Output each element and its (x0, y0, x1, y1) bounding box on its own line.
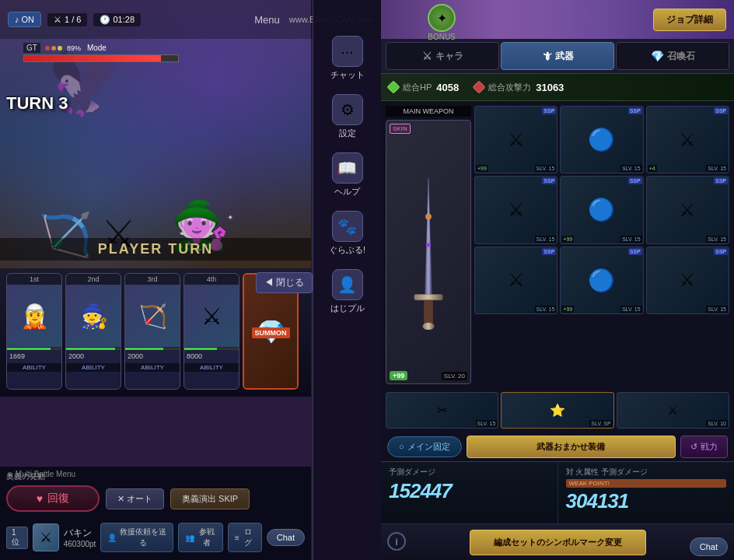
ssp-badge-1: SSP (628, 107, 642, 114)
cell-0-plus: +99 (476, 165, 488, 172)
party-card-1[interactable]: 1st 🧝 1669 ABILITY (6, 273, 62, 390)
avatar-icon: 👤 (332, 269, 363, 300)
normal-damage-label: 予測ダメージ (389, 467, 550, 478)
weapon-cell-0[interactable]: ⚔ SSP SLV. 15 +99 (474, 106, 557, 173)
log-button[interactable]: ≡ ログ (228, 523, 262, 552)
weapon-cell-2[interactable]: ⚔ SSP SLV. 15 +4 (646, 106, 729, 173)
settings-gear-icon: ⚙ (332, 94, 363, 125)
main-weapon-display[interactable]: SKIN +99 SLV. 20 (386, 120, 471, 384)
chat-button-left[interactable]: Chat (267, 529, 305, 546)
tab-weapon[interactable]: 🗡 武器 (501, 42, 614, 70)
multi-battle-label: ≡ Multi Battle Menu (8, 470, 75, 478)
hp-bar (23, 54, 179, 62)
close-button[interactable]: ◀ 閉じる (256, 272, 313, 293)
heal-button[interactable]: ♥ 回復 (6, 485, 100, 512)
main-fix-button[interactable]: ○ メイン固定 (387, 436, 462, 457)
party-card-2-hp-value: 2000 (68, 352, 84, 360)
formation-set-button[interactable]: 編成セットのシンボルマーク変更 (470, 530, 646, 555)
party-card-4-hp-fill (184, 348, 217, 350)
player-avatar: ⚔ (33, 523, 58, 551)
sidebar-item-help[interactable]: 📖 ヘルプ (320, 148, 375, 202)
send-icon: 👤 (107, 534, 117, 542)
job-detail-button[interactable]: ジョブ詳細 (653, 9, 726, 31)
cell-6-slv: SLV. 15 (535, 306, 557, 313)
party-card-1-ability: ABILITY (7, 363, 61, 372)
weapon-cell-7[interactable]: 🔵 SSP SLV. 15 +99 (560, 247, 643, 314)
weapon-auto-equip-button[interactable]: 武器おまかせ装備 (467, 436, 676, 458)
weapon-action-buttons: ○ メイン固定 武器おまかせ装備 ↺ 戦力 (381, 432, 734, 461)
party-card-2[interactable]: 2nd 🧙 2000 ABILITY (65, 273, 121, 390)
sound-toggle-button[interactable]: ♪ ON (8, 12, 41, 27)
gt-dots (45, 46, 62, 51)
tab-summon[interactable]: 💎 召喚石 (616, 42, 729, 70)
party-card-3-hp-value: 2000 (128, 352, 143, 360)
normal-damage-col: 予測ダメージ 152447 (381, 462, 558, 523)
weapon-cell-3[interactable]: ⚔ SSP SLV. 15 (474, 176, 557, 243)
svg-point-3 (423, 323, 435, 330)
music-icon: ♪ (15, 15, 19, 24)
party-card-3[interactable]: 3rd 🏹 2000 ABILITY (124, 273, 180, 390)
chat-dots-icon: ··· (332, 36, 363, 67)
log-icon: ≡ (235, 534, 239, 542)
circle-icon: ○ (399, 442, 404, 451)
cell-4-slv: SLV. 15 (620, 236, 642, 243)
left-panel: ♪ ON ⚔ 1 / 6 🕐 01:28 Menu www.BANDICAM.c… (0, 0, 381, 560)
send-request-button[interactable]: 👤 救援依頼を送る (100, 523, 173, 552)
atk-stat-label: 総合攻撃力 (488, 82, 531, 93)
bonus-label: BONUS (428, 33, 456, 41)
skip-button[interactable]: 奥義演出 SKIP (170, 488, 250, 509)
weapon-cell-3-icon: ⚔ (508, 199, 525, 221)
sidebar-item-avatar[interactable]: 👤 はじプル (320, 264, 375, 319)
menu-button[interactable]: Menu (254, 14, 280, 26)
party-card-4-order: 4th (184, 274, 239, 285)
weapon-icon: 🗡 (541, 50, 552, 62)
ssp-badge-8: SSP (714, 248, 728, 255)
special-weapon-2-icon: ⚔ (667, 403, 678, 418)
weapon-cell-0-icon: ⚔ (508, 129, 525, 151)
ssp-badge-5: SSP (714, 177, 728, 184)
weapon-cell-1[interactable]: 🔵 SSP SLV. 15 (560, 106, 643, 173)
special-1-slv: SLV. SP (589, 420, 612, 427)
hp-stat-value: 4058 (436, 82, 459, 93)
party-card-3-hp-fill (125, 348, 163, 350)
party-card-4-ability: ABILITY (184, 363, 239, 372)
player-details: バキン 460300pt (64, 527, 96, 548)
chat-button-right[interactable]: Chat (690, 537, 728, 556)
sidebar-avatar-label: はじプル (330, 303, 365, 314)
party-card-3-ability: ABILITY (125, 363, 180, 372)
party-card-2-hp-bar (66, 348, 121, 350)
special-weapon-1[interactable]: ⭐ SLV. SP (501, 392, 613, 429)
main-weapon-panel: MAIN WEAPON (386, 106, 471, 384)
cell-3-slv: SLV. 15 (535, 236, 557, 243)
special-weapon-0[interactable]: ✂ SLV. 15 (386, 392, 498, 429)
info-icon[interactable]: i (387, 532, 406, 551)
clock-icon: 🕐 (100, 15, 110, 24)
auto-button[interactable]: ✕ オート (106, 488, 164, 509)
sidebar-item-grablue[interactable]: 🐾 ぐらぶる! (320, 206, 375, 261)
player-info-row: 1位 ⚔ バキン 460300pt 👤 救援依頼を送る 👥 参戦者 ≡ ログ C… (0, 523, 311, 552)
fire-damage-col: 対 火属性 予測ダメージ WEAK POINT! 304131 (558, 462, 735, 523)
bottom-action-buttons: 👤 救援依頼を送る 👥 参戦者 ≡ ログ (100, 523, 261, 552)
cell-5-slv: SLV. 15 (706, 236, 728, 243)
weapon-cell-8[interactable]: ⚔ SSP SLV. 15 (646, 247, 729, 314)
tab-chara[interactable]: ⚔ キャラ (386, 42, 499, 70)
party-card-1-stats: 1669 (7, 351, 61, 362)
sidebar-settings-label: 設定 (339, 128, 356, 139)
weapon-cell-2-icon: ⚔ (679, 129, 696, 151)
weapon-cell-5[interactable]: ⚔ SSP SLV. 15 (646, 176, 729, 243)
party-card-4[interactable]: 4th ⚔ 8000 ABILITY (184, 273, 239, 390)
participants-button[interactable]: 👥 参戦者 (178, 523, 223, 552)
battle-scene: GT 89% Mode TURN 3 🦅 🧙 ⚔ 🏹 ✦ PLAYER TURN (0, 0, 311, 268)
weapon-cell-4[interactable]: 🔵 SSP SLV. 15 +99 (560, 176, 643, 243)
party-card-1-hp-value: 1669 (9, 352, 25, 360)
weapon-cell-6[interactable]: ⚔ SSP SLV. 15 (474, 247, 557, 314)
sidebar-item-chat[interactable]: ··· チャット (320, 31, 375, 86)
sidebar-item-settings[interactable]: ⚙ 設定 (320, 89, 375, 144)
ssp-badge-4: SSP (628, 177, 642, 184)
battle-power-button[interactable]: ↺ 戦力 (680, 436, 728, 458)
special-weapon-2[interactable]: ⚔ SLV. 10 (617, 392, 729, 429)
party-card-2-stats: 2000 (66, 351, 121, 362)
weapon-cell-7-icon: 🔵 (588, 268, 615, 293)
cell-1-slv: SLV. 15 (620, 165, 642, 172)
sidebar-grablue-label: ぐらぶる! (329, 244, 365, 256)
